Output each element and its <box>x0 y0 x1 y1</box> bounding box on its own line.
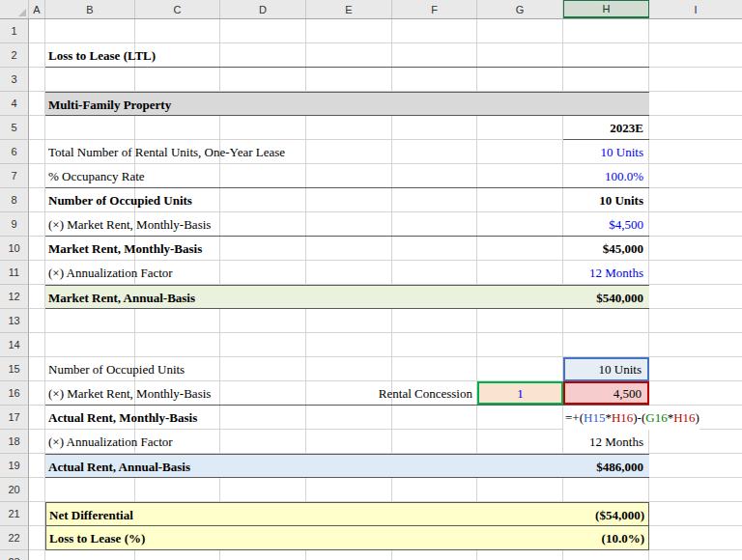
row-header-12[interactable]: 12 <box>0 285 29 309</box>
row-header-14[interactable]: 14 <box>0 333 29 357</box>
row-header-5[interactable]: 5 <box>0 116 29 140</box>
row-header-7[interactable]: 7 <box>0 164 29 188</box>
row-header-21[interactable]: 21 <box>0 502 29 526</box>
row-header-18[interactable]: 18 <box>0 430 29 454</box>
cell-h19-value[interactable]: $486,000 <box>563 455 649 477</box>
row-header-20[interactable]: 20 <box>0 478 29 502</box>
spreadsheet: A B C D E F G H I 1 2 3 4 5 6 7 8 9 10 1… <box>0 0 742 560</box>
row-header-13[interactable]: 13 <box>0 309 29 333</box>
formula-ref-h16: H16 <box>612 410 633 425</box>
row-19-total-band: Actual Rent, Annual-Basis $486,000 <box>45 454 649 478</box>
col-header-c[interactable]: C <box>135 0 220 18</box>
row-4-section-band: Multi-Family Property <box>45 92 649 116</box>
row-17: Actual Rent, Monthly-Basis =+(H15*H16)-(… <box>45 406 649 430</box>
row-header-6[interactable]: 6 <box>0 140 29 164</box>
row-header-10[interactable]: 10 <box>0 237 29 261</box>
row-header-16[interactable]: 16 <box>0 381 29 406</box>
row-header-23[interactable]: 23 <box>0 550 29 560</box>
cell-h9-value[interactable]: $4,500 <box>563 212 649 236</box>
row-header-9[interactable]: 9 <box>0 212 29 237</box>
row-16: (×) Market Rent, Monthly-Basis Rental Co… <box>45 381 649 406</box>
row-7: % Occupancy Rate 100.0% <box>45 164 649 188</box>
cell-b15-label[interactable]: Number of Occupied Units <box>45 357 185 381</box>
row-15: Number of Occupied Units 10 Units <box>45 357 649 381</box>
row-header-17[interactable]: 17 <box>0 406 29 430</box>
cell-b9-label[interactable]: (×) Market Rent, Monthly-Basis <box>45 212 211 236</box>
row-header-4[interactable]: 4 <box>0 92 29 116</box>
col-header-a[interactable]: A <box>29 0 45 18</box>
col-header-g[interactable]: G <box>477 0 563 18</box>
formula-part: ) <box>696 410 699 425</box>
row-header-8[interactable]: 8 <box>0 188 29 212</box>
row-12-total-band: Market Rent, Annual-Basis $540,000 <box>45 285 649 309</box>
row-22-summary-band: Loss to Lease (%) (10.0%) <box>45 526 649 550</box>
cell-h12-value[interactable]: $540,000 <box>563 286 649 308</box>
formula-ref-h16-2: H16 <box>673 410 695 425</box>
cell-b7-label[interactable]: % Occupancy Rate <box>45 164 145 187</box>
row-6: Total Number of Rental Units, One-Year L… <box>45 140 649 164</box>
row-header-15[interactable]: 15 <box>0 357 29 381</box>
cell-h6-value[interactable]: 10 Units <box>563 140 649 164</box>
row-18: (×) Annualization Factor 12 Months <box>45 430 649 454</box>
row-8: Number of Occupied Units 10 Units <box>45 188 649 212</box>
cell-b18-label[interactable]: (×) Annualization Factor <box>45 430 173 454</box>
cell-e16-concession-label[interactable]: Rental Concession <box>306 381 477 405</box>
row-header-11[interactable]: 11 <box>0 261 29 285</box>
cell-h5-year-header[interactable]: 2023E <box>563 116 649 140</box>
cell-b10-label[interactable]: Market Rent, Monthly-Basis <box>45 237 202 261</box>
cell-h7-value[interactable]: 100.0% <box>563 164 649 187</box>
cell-b12-label[interactable]: Market Rent, Annual-Basis <box>45 286 195 308</box>
formula-ref-h15: H15 <box>584 410 605 425</box>
cell-b17-label[interactable]: Actual Rent, Monthly-Basis <box>45 406 197 430</box>
cell-b6-label[interactable]: Total Number of Rental Units, One-Year L… <box>45 140 285 164</box>
col-header-b[interactable]: B <box>45 0 135 18</box>
col-header-h-selected[interactable]: H <box>563 0 649 18</box>
row-11: (×) Annualization Factor 12 Months <box>45 261 649 285</box>
formula-ref-g16: G16 <box>645 410 667 425</box>
cell-b4-section-header[interactable]: Multi-Family Property <box>45 93 171 115</box>
row-header-1[interactable]: 1 <box>0 19 29 43</box>
cell-h22-value[interactable]: (10.0%) <box>564 526 650 549</box>
cell-h15-referenced[interactable]: 10 Units <box>563 357 649 381</box>
cell-h21-value[interactable]: ($54,000) <box>564 503 650 525</box>
cell-g16-input[interactable]: 1 <box>477 381 563 405</box>
row-2: Loss to Lease (LTL) <box>45 43 649 68</box>
row-21-summary-band: Net Differential ($54,000) <box>45 502 649 526</box>
col-header-i[interactable]: I <box>649 0 742 18</box>
cell-b22-label[interactable]: Loss to Lease (%) <box>46 526 145 549</box>
col-header-d[interactable]: D <box>220 0 306 18</box>
cell-h18-value[interactable]: 12 Months <box>563 430 649 454</box>
cell-b2-title[interactable]: Loss to Lease (LTL) <box>45 43 156 67</box>
formula-part: )-( <box>633 410 645 425</box>
cell-h8-value[interactable]: 10 Units <box>563 188 649 212</box>
cell-h16-referenced[interactable]: 4,500 <box>563 381 649 405</box>
cell-b11-label[interactable]: (×) Annualization Factor <box>45 261 173 285</box>
col-header-f[interactable]: F <box>392 0 477 18</box>
cell-h10-value[interactable]: $45,000 <box>563 237 649 261</box>
cell-h17-formula-edit[interactable]: =+(H15*H16)-(G16*H16) <box>563 406 699 430</box>
row-header-19[interactable]: 19 <box>0 454 29 478</box>
cell-b19-label[interactable]: Actual Rent, Annual-Basis <box>45 455 190 477</box>
cell-b8-label[interactable]: Number of Occupied Units <box>45 188 192 212</box>
row-header-3[interactable]: 3 <box>0 68 29 92</box>
row-header-22[interactable]: 22 <box>0 526 29 550</box>
row-header-2[interactable]: 2 <box>0 43 29 68</box>
cell-b21-label[interactable]: Net Differential <box>46 503 133 525</box>
row-10: Market Rent, Monthly-Basis $45,000 <box>45 237 649 261</box>
select-all-corner[interactable] <box>0 0 29 18</box>
col-header-e[interactable]: E <box>306 0 392 18</box>
row-5: 2023E <box>45 116 649 140</box>
cell-h11-value[interactable]: 12 Months <box>563 261 649 285</box>
column-headers: A B C D E F G H I <box>0 0 742 19</box>
row-9: (×) Market Rent, Monthly-Basis $4,500 <box>45 212 649 237</box>
formula-part: =+( <box>565 410 584 425</box>
cell-b16-label[interactable]: (×) Market Rent, Monthly-Basis <box>45 381 211 405</box>
